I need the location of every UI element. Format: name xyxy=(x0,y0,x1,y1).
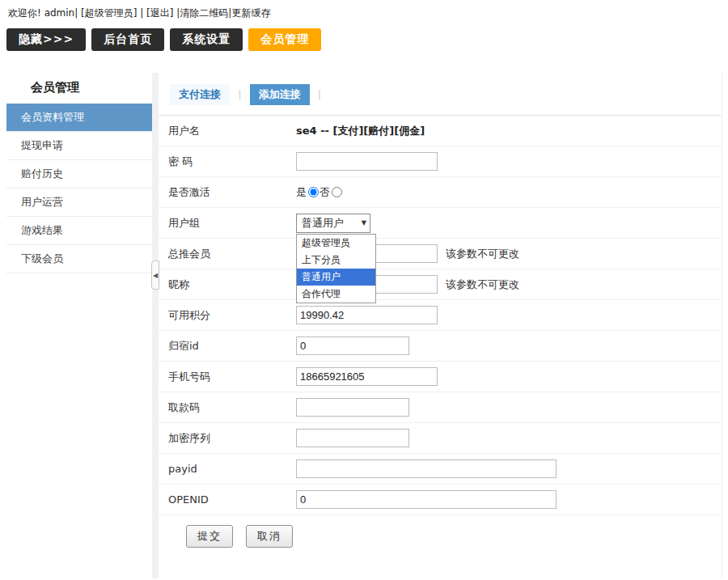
nav-system-settings-button[interactable]: 系统设置 xyxy=(170,28,243,51)
form-row-username: 用户名 se4 -- [支付][赔付][佣金] xyxy=(159,116,722,146)
home-id-input[interactable] xyxy=(296,337,409,355)
openid-input[interactable] xyxy=(296,490,557,509)
member-edit-form: 用户名 se4 -- [支付][赔付][佣金] 密 码 是否激活 是 否 用户组 xyxy=(159,116,722,557)
form-row-home-id: 归宿id xyxy=(159,331,722,362)
nav-home-button[interactable]: 后台首页 xyxy=(91,28,164,51)
radio-no[interactable] xyxy=(332,187,342,197)
password-input[interactable] xyxy=(296,152,438,171)
withdraw-code-label: 取款码 xyxy=(168,400,296,415)
content-layout: 会员管理 会员资料管理 提现申请 赔付历史 用户运营 游戏结果 下级会员 ◀ 支… xyxy=(0,73,728,578)
user-group-option[interactable]: 合作代理 xyxy=(297,286,375,303)
referrer-note: 该参数不可更改 xyxy=(446,247,519,261)
radio-yes[interactable] xyxy=(308,187,319,197)
sidebar: 会员管理 会员资料管理 提现申请 赔付历史 用户运营 游戏结果 下级会员 xyxy=(6,73,152,578)
sidebar-item-user-operation[interactable]: 用户运营 xyxy=(6,188,152,217)
user-group-label: 用户组 xyxy=(168,216,296,231)
sidebar-collapse-handle[interactable]: ◀ xyxy=(151,260,159,290)
openid-label: OPENID xyxy=(168,493,296,506)
points-label: 可用积分 xyxy=(168,308,296,323)
phone-input[interactable] xyxy=(296,367,438,386)
nav-member-management-button[interactable]: 会员管理 xyxy=(248,28,321,51)
form-row-encrypt-seq: 加密序列 xyxy=(159,423,722,454)
home-id-label: 归宿id xyxy=(168,339,296,354)
form-row-points: 可用积分 xyxy=(159,300,722,331)
form-row-openid: OPENID xyxy=(159,485,722,515)
sidebar-item-member-data[interactable]: 会员资料管理 xyxy=(6,104,152,132)
payid-input[interactable] xyxy=(296,459,557,478)
tab-payment-connection[interactable]: 支付连接 xyxy=(170,84,230,105)
sidebar-gutter: ◀ xyxy=(152,73,159,578)
is-active-label: 是否激活 xyxy=(168,185,296,200)
points-input[interactable] xyxy=(296,306,438,324)
user-group-selected-value: 普通用户 xyxy=(302,216,344,231)
form-row-is-active: 是否激活 是 否 xyxy=(159,177,722,208)
cancel-button[interactable]: 取消 xyxy=(246,525,293,548)
submit-button[interactable]: 提交 xyxy=(186,525,233,548)
user-group-select[interactable]: 普通用户 ▼ xyxy=(296,214,370,233)
phone-label: 手机号码 xyxy=(168,370,296,384)
sidebar-item-payout-history[interactable]: 赔付历史 xyxy=(6,160,152,188)
tab-separator: | xyxy=(238,88,241,100)
form-row-referrer: 总推会员 该参数不可更改 xyxy=(159,239,722,269)
user-group-options-list: 超级管理员 上下分员 普通用户 合作代理 xyxy=(296,234,376,303)
username-value: se4 -- [支付][赔付][佣金] xyxy=(296,124,425,138)
tab-bar: 支付连接 | 添加连接 | xyxy=(159,73,722,116)
tab-add-connection[interactable]: 添加连接 xyxy=(250,84,310,105)
nav-hide-button[interactable]: 隐藏>>> xyxy=(6,28,86,51)
main-panel: 支付连接 | 添加连接 | 用户名 se4 -- [支付][赔付][佣金] 密 … xyxy=(159,73,722,578)
welcome-bar: 欢迎你! admin| [超级管理员] | [退出] |清除二维码|更新缓存 xyxy=(0,0,728,23)
withdraw-code-input[interactable] xyxy=(296,398,409,417)
main-nav: 隐藏>>> 后台首页 系统设置 会员管理 xyxy=(0,23,728,51)
collapse-left-icon: ◀ xyxy=(153,272,158,279)
user-group-option-selected[interactable]: 普通用户 xyxy=(297,269,375,286)
radio-no-label: 否 xyxy=(320,185,330,200)
radio-yes-label: 是 xyxy=(296,185,307,200)
sidebar-item-sub-members[interactable]: 下级会员 xyxy=(6,245,152,273)
encrypt-seq-input[interactable] xyxy=(296,429,409,447)
form-row-payid: payid xyxy=(159,454,722,485)
payid-label: payid xyxy=(168,463,296,475)
sidebar-item-withdraw-request[interactable]: 提现申请 xyxy=(6,132,152,160)
sidebar-item-game-results[interactable]: 游戏结果 xyxy=(6,217,152,245)
password-label: 密 码 xyxy=(168,155,296,169)
chevron-down-icon: ▼ xyxy=(362,219,366,226)
is-active-radio-group: 是 否 xyxy=(296,185,343,200)
form-row-password: 密 码 xyxy=(159,146,722,177)
form-row-nickname: 昵称 该参数不可更改 xyxy=(159,269,722,300)
sidebar-title: 会员管理 xyxy=(6,73,152,104)
username-label: 用户名 xyxy=(168,124,296,138)
user-group-option[interactable]: 超级管理员 xyxy=(297,235,375,252)
user-group-option[interactable]: 上下分员 xyxy=(297,252,375,269)
tab-separator: | xyxy=(318,88,321,100)
nickname-label: 昵称 xyxy=(168,277,296,292)
form-row-user-group: 用户组 普通用户 ▼ 超级管理员 上下分员 普通用户 合作代理 xyxy=(159,208,722,239)
form-actions: 提交 取消 xyxy=(159,515,722,557)
form-row-phone: 手机号码 xyxy=(159,362,722,392)
form-row-withdraw-code: 取款码 xyxy=(159,392,722,423)
nickname-note: 该参数不可更改 xyxy=(446,277,519,292)
referrer-label: 总推会员 xyxy=(168,247,296,261)
encrypt-seq-label: 加密序列 xyxy=(168,431,296,446)
